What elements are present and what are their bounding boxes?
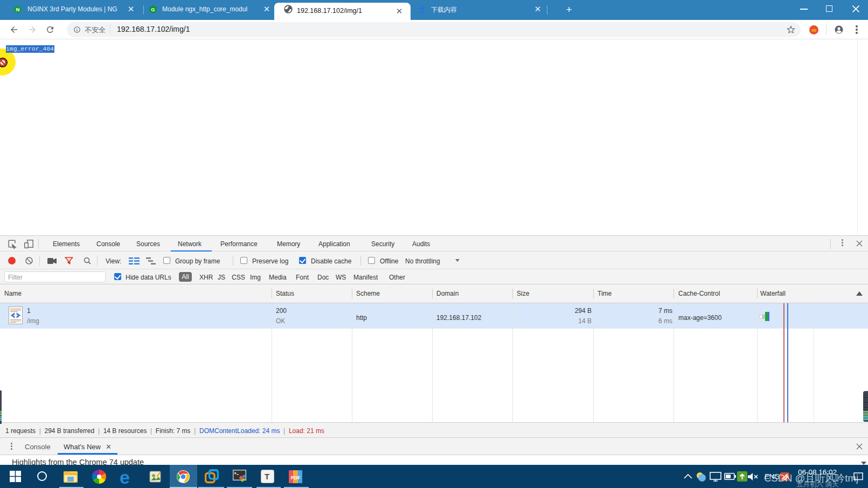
svg-text:G: G — [151, 6, 155, 12]
svg-text:PDF: PDF — [291, 475, 301, 480]
svg-text:N: N — [16, 6, 20, 12]
